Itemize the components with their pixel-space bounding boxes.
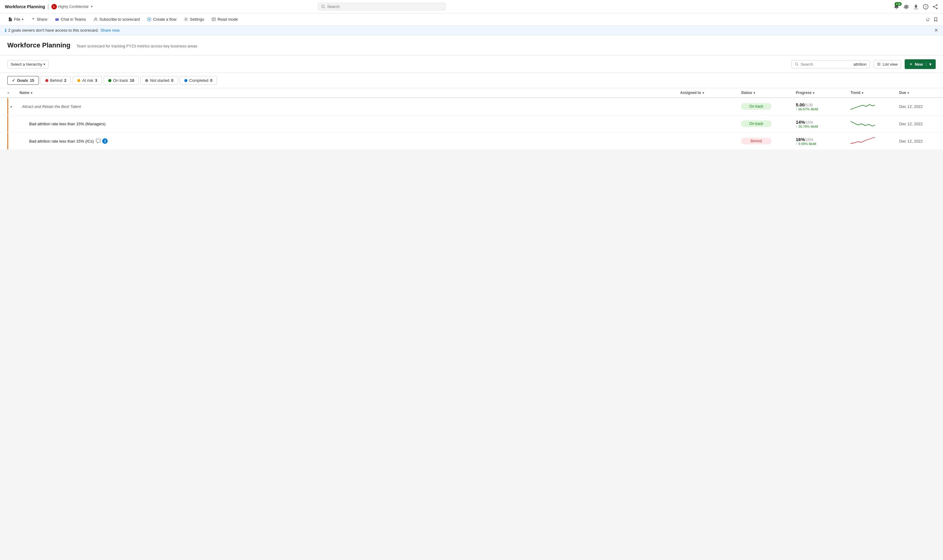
help-icon-button[interactable]: ? bbox=[923, 4, 928, 9]
stat-on-track[interactable]: On track 10 bbox=[104, 76, 139, 85]
svg-point-0 bbox=[322, 5, 324, 7]
subscribe-button[interactable]: Subscribe to scorecard bbox=[90, 15, 143, 23]
svg-point-12 bbox=[95, 18, 96, 20]
share-now-link[interactable]: Share now. bbox=[100, 28, 120, 32]
filter-search-input[interactable] bbox=[801, 62, 852, 66]
filter-search-value: attrition bbox=[854, 62, 867, 66]
page-title: Workforce Planning bbox=[7, 42, 70, 49]
table-row: ▾ Attract and Retain the Best Talent On … bbox=[0, 98, 943, 115]
row-accent-bar bbox=[7, 98, 8, 115]
svg-point-11 bbox=[57, 18, 58, 19]
trend-chart bbox=[851, 118, 875, 129]
progress-main: 16% bbox=[796, 137, 805, 142]
col-assigned-header[interactable]: Assigned to ▾ bbox=[680, 91, 741, 95]
confidential-label: C Highly Confidential bbox=[51, 4, 88, 9]
stat-behind-label: Behind bbox=[50, 78, 62, 83]
share-button[interactable]: Share bbox=[28, 15, 51, 23]
app-title-section: Workforce Planning | C Highly Confidenti… bbox=[5, 3, 92, 10]
create-flow-button[interactable]: Create a flow bbox=[144, 15, 179, 23]
view-toggle[interactable]: List view bbox=[873, 60, 901, 68]
progress-mom: ↑ 66.67% MoM bbox=[796, 107, 851, 111]
col-status-header[interactable]: Status ▾ bbox=[741, 91, 796, 95]
status-pill: On track bbox=[741, 103, 772, 110]
svg-line-7 bbox=[934, 5, 937, 7]
row-expand-btn[interactable]: ▾ bbox=[7, 104, 20, 109]
stat-goals-count: 15 bbox=[30, 78, 34, 83]
new-btn-divider bbox=[926, 62, 926, 66]
goals-check-icon: ✓ bbox=[12, 78, 15, 83]
name-sort-icon: ▾ bbox=[31, 91, 32, 95]
hierarchy-select-label: Select a hierarchy bbox=[11, 62, 42, 66]
goal-name-cell[interactable]: Attract and Retain the Best Talent bbox=[20, 104, 680, 109]
read-mode-button[interactable]: Read mode bbox=[208, 15, 241, 23]
download-icon-button[interactable] bbox=[913, 4, 919, 9]
hierarchy-dropdown-arrow: ▾ bbox=[43, 62, 45, 66]
progress-target: /5.00 bbox=[804, 103, 813, 107]
settings-icon-button[interactable] bbox=[903, 4, 909, 9]
new-btn-plus: ＋ bbox=[909, 62, 913, 67]
status-sort-icon: ▾ bbox=[753, 91, 755, 95]
svg-point-10 bbox=[55, 18, 56, 19]
info-banner: ℹ 2 goals owners don't have access to th… bbox=[0, 26, 943, 35]
settings-icon bbox=[184, 17, 188, 22]
notifications-button[interactable]: 119 bbox=[894, 4, 899, 9]
subscribe-icon bbox=[93, 17, 98, 22]
share-icon-button[interactable] bbox=[933, 4, 938, 9]
search-icon bbox=[321, 5, 325, 9]
close-banner-button[interactable]: ✕ bbox=[934, 28, 938, 33]
trend-cell bbox=[851, 118, 899, 129]
global-search[interactable] bbox=[318, 3, 446, 10]
progress-cell: 14%/15% ↑ 35.78% MoM bbox=[796, 120, 851, 128]
progress-main: 14% bbox=[796, 120, 805, 125]
col-name-header[interactable]: Name ▾ bbox=[20, 91, 680, 95]
expand-all-icon[interactable]: » bbox=[7, 91, 9, 95]
stat-goals[interactable]: ✓ Goals 15 bbox=[7, 76, 39, 85]
app-title: Workforce Planning bbox=[5, 4, 45, 9]
title-dropdown-arrow[interactable]: ▾ bbox=[91, 5, 92, 8]
on-track-dot bbox=[108, 79, 111, 82]
new-btn-arrow: ▾ bbox=[929, 62, 931, 66]
col-progress-header[interactable]: Progress ▾ bbox=[796, 91, 851, 95]
goal-name-cell[interactable]: Bad attrition rate less than 15% (ICs) 2 bbox=[20, 138, 680, 144]
bookmark-button[interactable] bbox=[933, 17, 938, 22]
chat-in-teams-button[interactable]: Chat in Teams bbox=[52, 15, 89, 23]
goal-name-cell[interactable]: Bad attrition rate less than 15% (Manage… bbox=[20, 122, 680, 126]
settings-button[interactable]: Settings bbox=[181, 15, 207, 23]
stat-not-started-count: 0 bbox=[171, 78, 173, 83]
page-header: Workforce Planning Team scorecard for tr… bbox=[0, 35, 943, 55]
col-due-header[interactable]: Due ▾ bbox=[899, 91, 936, 95]
stats-row: ✓ Goals 15 Behind 2 At risk 3 On track 1… bbox=[0, 73, 943, 88]
list-view-icon bbox=[877, 62, 881, 66]
hierarchy-select[interactable]: Select a hierarchy ▾ bbox=[7, 60, 49, 68]
goal-name-text: Bad attrition rate less than 15% (ICs) bbox=[29, 139, 94, 143]
refresh-button[interactable] bbox=[925, 17, 930, 22]
file-dropdown-arrow: ▾ bbox=[22, 18, 23, 21]
col-trend-header[interactable]: Trend ▾ bbox=[851, 91, 899, 95]
trend-chart bbox=[851, 101, 875, 112]
completed-dot bbox=[184, 79, 187, 82]
comment-button[interactable]: 2 bbox=[96, 138, 108, 144]
at-risk-dot bbox=[77, 79, 80, 82]
global-search-input[interactable] bbox=[327, 4, 442, 9]
stat-not-started[interactable]: Not started 0 bbox=[140, 76, 178, 85]
status-pill: On track bbox=[741, 120, 772, 127]
stat-at-risk[interactable]: At risk 3 bbox=[73, 76, 102, 85]
progress-main: 5.00 bbox=[796, 102, 804, 107]
progress-sort-icon: ▾ bbox=[813, 91, 814, 95]
row-accent-bar bbox=[7, 115, 8, 132]
stat-behind[interactable]: Behind 2 bbox=[41, 76, 71, 85]
filter-search[interactable]: attrition bbox=[792, 60, 870, 68]
due-date-cell: Dec 12, 2022 bbox=[899, 122, 936, 126]
trend-chart bbox=[851, 135, 875, 146]
stat-completed[interactable]: Completed 0 bbox=[180, 76, 217, 85]
svg-rect-9 bbox=[55, 18, 59, 21]
new-button[interactable]: ＋ New ▾ bbox=[904, 59, 936, 69]
new-btn-label: New bbox=[915, 62, 923, 66]
filter-search-icon bbox=[795, 62, 799, 66]
stat-not-started-label: Not started bbox=[150, 78, 169, 83]
svg-point-13 bbox=[185, 18, 187, 20]
file-menu-button[interactable]: File ▾ bbox=[5, 15, 26, 23]
share-icon bbox=[31, 17, 35, 22]
table-header: » Name ▾ Assigned to ▾ Status ▾ Progress… bbox=[0, 88, 943, 98]
toolbar: File ▾ Share Chat in Teams Subscribe to … bbox=[0, 13, 943, 26]
